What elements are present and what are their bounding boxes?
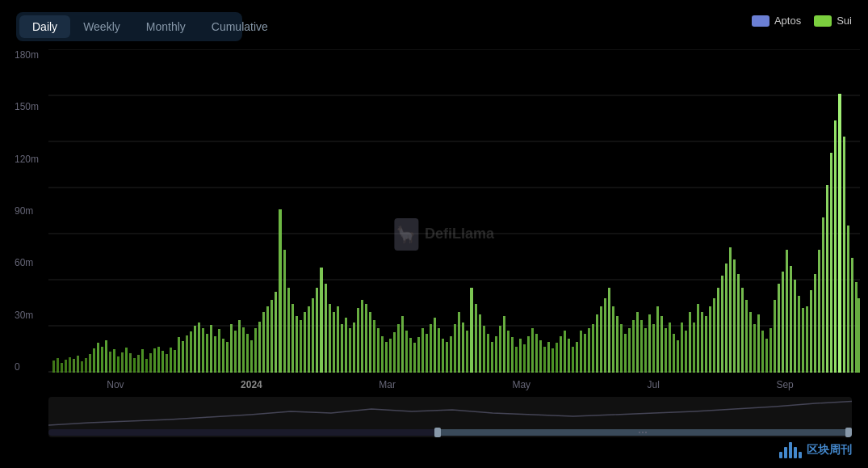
svg-rect-132 — [556, 343, 558, 373]
y-label-0: 0 — [15, 361, 39, 373]
svg-rect-116 — [491, 342, 493, 373]
x-label-jul: Jul — [648, 379, 660, 390]
svg-rect-183 — [761, 331, 764, 373]
svg-rect-155 — [648, 314, 651, 373]
svg-rect-44 — [198, 323, 200, 373]
svg-rect-187 — [778, 284, 780, 373]
svg-rect-176 — [733, 259, 736, 373]
svg-rect-153 — [640, 320, 643, 373]
scrollbar-grip — [639, 432, 647, 433]
logo-bar-1 — [779, 452, 782, 458]
svg-rect-89 — [381, 336, 384, 373]
svg-rect-119 — [503, 316, 505, 373]
tab-cumulative[interactable]: Cumulative — [199, 15, 281, 38]
x-axis: Nov 2024 Mar May Jul Sep — [48, 379, 852, 390]
y-label-30: 30m — [15, 310, 39, 321]
svg-rect-120 — [507, 331, 509, 373]
svg-rect-70 — [304, 312, 306, 373]
logo-bar-3 — [789, 442, 792, 458]
svg-rect-192 — [798, 296, 800, 373]
svg-rect-191 — [794, 280, 796, 373]
svg-rect-46 — [206, 334, 208, 373]
svg-rect-103 — [438, 328, 440, 373]
svg-rect-61 — [266, 306, 269, 373]
svg-rect-123 — [519, 339, 522, 373]
logo-bar-4 — [794, 447, 797, 458]
svg-rect-121 — [511, 337, 514, 373]
svg-rect-64 — [279, 209, 282, 373]
svg-rect-17 — [89, 354, 91, 373]
svg-rect-129 — [543, 347, 546, 373]
svg-rect-171 — [713, 298, 715, 373]
svg-rect-150 — [628, 328, 631, 373]
scrollbar-left-handle[interactable] — [434, 428, 441, 437]
svg-rect-16 — [85, 358, 87, 373]
svg-rect-114 — [483, 326, 485, 373]
svg-rect-66 — [287, 288, 290, 373]
svg-rect-83 — [357, 308, 359, 373]
svg-rect-157 — [656, 306, 659, 373]
sui-swatch — [814, 15, 832, 27]
scrollbar-right-handle[interactable] — [845, 428, 852, 437]
x-label-sep: Sep — [776, 379, 793, 390]
svg-rect-175 — [729, 247, 732, 373]
svg-rect-115 — [487, 334, 489, 373]
svg-rect-185 — [769, 328, 772, 373]
aptos-swatch — [752, 15, 769, 27]
svg-rect-168 — [701, 312, 703, 373]
scrollbar-area[interactable] — [48, 397, 852, 437]
tab-bar: Daily Weekly Monthly Cumulative — [16, 12, 242, 41]
svg-rect-186 — [774, 300, 776, 373]
svg-rect-152 — [636, 312, 639, 373]
svg-rect-24 — [117, 356, 120, 373]
svg-rect-75 — [325, 284, 327, 373]
svg-rect-172 — [717, 288, 719, 373]
scrollbar-thumb[interactable] — [434, 429, 852, 436]
svg-rect-59 — [258, 322, 261, 373]
tab-daily[interactable]: Daily — [19, 15, 70, 38]
x-label-mar: Mar — [379, 379, 396, 390]
svg-rect-207 — [858, 298, 860, 373]
svg-rect-110 — [466, 331, 468, 373]
y-label-90: 90m — [15, 205, 39, 217]
svg-rect-98 — [417, 337, 420, 373]
svg-rect-15 — [81, 361, 83, 373]
svg-rect-34 — [157, 347, 160, 373]
svg-rect-30 — [141, 349, 144, 373]
svg-rect-80 — [345, 318, 347, 373]
scrollbar-track — [48, 429, 852, 436]
svg-rect-130 — [547, 342, 550, 373]
svg-rect-25 — [121, 352, 124, 373]
svg-rect-88 — [377, 328, 379, 373]
svg-rect-118 — [499, 326, 501, 373]
svg-rect-43 — [194, 326, 196, 373]
svg-rect-137 — [576, 342, 578, 373]
svg-rect-200 — [830, 153, 832, 373]
svg-rect-92 — [393, 332, 396, 373]
svg-rect-85 — [365, 304, 367, 373]
svg-rect-32 — [149, 353, 152, 373]
svg-rect-199 — [826, 185, 828, 373]
svg-rect-55 — [242, 327, 245, 373]
svg-rect-179 — [745, 300, 748, 373]
svg-rect-53 — [234, 331, 237, 373]
svg-rect-190 — [790, 266, 792, 373]
svg-rect-81 — [349, 328, 351, 373]
logo-bar-5 — [799, 452, 802, 458]
svg-rect-72 — [312, 298, 314, 373]
logo-bars — [779, 442, 802, 458]
logo-bar-2 — [784, 447, 787, 458]
svg-rect-139 — [584, 334, 586, 373]
svg-rect-124 — [523, 344, 526, 373]
tab-weekly[interactable]: Weekly — [70, 15, 133, 38]
svg-rect-27 — [129, 353, 132, 373]
svg-rect-10 — [61, 363, 63, 373]
svg-rect-37 — [170, 348, 172, 373]
svg-rect-78 — [337, 306, 339, 373]
tab-monthly[interactable]: Monthly — [133, 15, 199, 38]
svg-rect-169 — [705, 316, 707, 373]
svg-rect-170 — [709, 306, 711, 373]
svg-rect-58 — [254, 328, 257, 373]
svg-rect-126 — [531, 328, 534, 373]
svg-rect-138 — [580, 331, 582, 373]
